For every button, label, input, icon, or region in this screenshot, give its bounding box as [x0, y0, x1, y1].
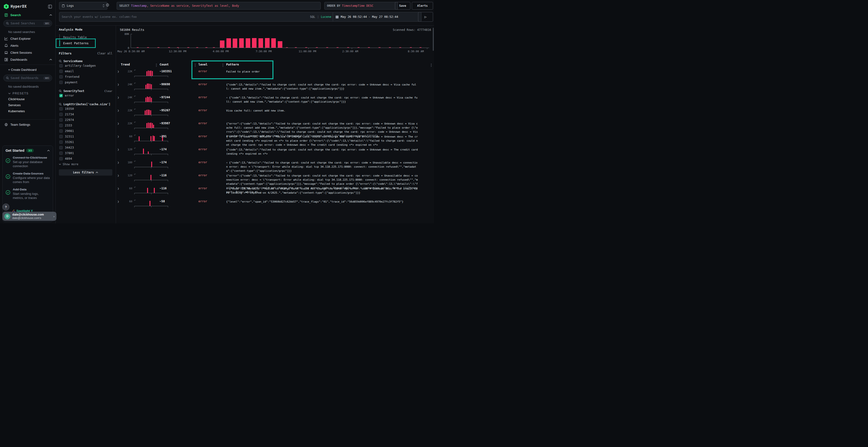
- filter-option[interactable]: email: [59, 68, 112, 74]
- checkbox[interactable]: [59, 140, 63, 144]
- table-row[interactable]: ❯24K~98698error{"code":13,"details":"fai…: [116, 82, 434, 92]
- dismiss-x-icon[interactable]: ×: [226, 187, 227, 190]
- drag-handle-icon[interactable]: [156, 64, 157, 64]
- histogram-bar[interactable]: [233, 38, 237, 48]
- less-filters-button[interactable]: Less filters: [59, 169, 112, 176]
- table-row[interactable]: ❯22K~95267errorVisa cache full: cannot a…: [116, 108, 434, 118]
- saved-searches-input[interactable]: Saved Searches ⌘K: [3, 20, 52, 27]
- checkbox[interactable]: [59, 75, 63, 78]
- dismiss-x-icon[interactable]: ×: [226, 161, 227, 164]
- histogram-bar[interactable]: [226, 38, 231, 48]
- checkbox[interactable]: [59, 124, 63, 127]
- histogram-bar[interactable]: [265, 38, 270, 48]
- row-expand-chevron[interactable]: ❯: [117, 200, 119, 203]
- chevron-up-icon[interactable]: [47, 150, 50, 151]
- preset-kubernetes[interactable]: Kubernetes: [0, 108, 56, 114]
- date-range-picker[interactable]: May 26 08:52:44 - May 27 08:52:44: [333, 12, 422, 22]
- column-header-count[interactable]: Count: [160, 63, 169, 66]
- clear-filter-button[interactable]: Clear: [104, 90, 112, 93]
- filter-option[interactable]: 4894: [59, 156, 112, 161]
- source-settings-gear-icon[interactable]: [105, 3, 110, 7]
- get-started-item[interactable]: Connect to ClickHouseSet up your databas…: [5, 156, 50, 168]
- table-row[interactable]: ❯180~174error×{"code":13,"details":"fail…: [116, 161, 434, 170]
- show-more-button[interactable]: Show more: [59, 161, 112, 166]
- histogram-bar[interactable]: [220, 40, 224, 48]
- filter-option[interactable]: 32311: [59, 134, 112, 139]
- analysis-mode-event-patterns[interactable]: Event Patterns: [59, 40, 112, 46]
- sidebar-collapse-icon[interactable]: [48, 5, 52, 9]
- create-dashboard-button[interactable]: + Create Dashboard: [0, 66, 56, 73]
- saved-dashboards-input[interactable]: Saved Dashboards ⌘K: [3, 75, 52, 81]
- run-query-button[interactable]: ▷: [418, 12, 433, 22]
- checkbox[interactable]: [59, 64, 63, 67]
- preset-clickhouse[interactable]: ClickHouse: [0, 96, 56, 102]
- sql-mode-toggle[interactable]: SQL: [310, 15, 315, 19]
- dismiss-x-icon[interactable]: ×: [226, 96, 227, 99]
- histogram-bar[interactable]: [271, 38, 276, 48]
- chevron-up-icon[interactable]: [50, 14, 52, 16]
- filter-option[interactable]: 19350: [59, 106, 112, 111]
- filter-option[interactable]: 2333: [59, 123, 112, 128]
- histogram-bar[interactable]: [258, 38, 263, 48]
- sidebar-item-chart-explorer[interactable]: Chart Explorer: [0, 35, 56, 42]
- histogram-bar[interactable]: [278, 41, 282, 48]
- presets-section[interactable]: PRESETS: [0, 90, 56, 96]
- clear-all-filters-button[interactable]: Clear all: [97, 52, 112, 55]
- event-search-input[interactable]: Search your events w/ Lucene ex. column:…: [59, 12, 334, 22]
- get-started-item[interactable]: Add DataStart sending logs, metrics, or …: [5, 187, 50, 200]
- filter-option[interactable]: error: [59, 93, 112, 98]
- filter-option[interactable]: 22974: [59, 117, 112, 123]
- sidebar-item-client-sessions[interactable]: Client Sessions: [0, 49, 56, 56]
- checkbox[interactable]: [59, 146, 63, 149]
- column-header-pattern[interactable]: Pattern: [226, 63, 239, 66]
- analysis-mode-results-table[interactable]: Results Table: [59, 34, 112, 40]
- checkbox[interactable]: [59, 118, 63, 122]
- checkbox[interactable]: [59, 70, 63, 73]
- filter-option[interactable]: 29081: [59, 128, 112, 134]
- table-row[interactable]: ❯22K~103351errorFailed to place order: [116, 69, 434, 79]
- table-row[interactable]: ❯120~116error{"error":{"code":13,"detail…: [116, 173, 434, 183]
- drag-handle-icon[interactable]: [195, 64, 195, 64]
- sidebar-item-search[interactable]: Search: [0, 11, 56, 19]
- checkbox[interactable]: [59, 151, 63, 155]
- checkbox[interactable]: [59, 129, 63, 133]
- lucene-mode-toggle[interactable]: Lucene: [321, 15, 331, 19]
- user-menu[interactable]: D dale@clickhouse.com dale@clickhouse.co…: [2, 212, 56, 221]
- help-button[interactable]: ?: [2, 204, 9, 210]
- filter-option[interactable]: frontend: [59, 74, 112, 79]
- row-expand-chevron[interactable]: ❯: [117, 174, 119, 177]
- table-row[interactable]: ❯60~291error{"error":{"code":13,"details…: [116, 134, 434, 144]
- histogram-bar[interactable]: [239, 38, 244, 48]
- checkbox[interactable]: [59, 107, 63, 110]
- row-expand-chevron[interactable]: ❯: [117, 83, 119, 86]
- row-expand-chevron[interactable]: ❯: [117, 109, 119, 112]
- column-header-trend[interactable]: Trend: [121, 63, 130, 66]
- sidebar-item-dashboards[interactable]: Dashboards: [0, 56, 56, 63]
- row-expand-chevron[interactable]: ❯: [117, 122, 119, 125]
- table-row[interactable]: ❯60~116error×{"code":13,"details":"faile…: [116, 186, 434, 196]
- row-expand-chevron[interactable]: ❯: [117, 70, 119, 73]
- alerts-button[interactable]: Alerts: [412, 2, 433, 10]
- row-expand-chevron[interactable]: ❯: [117, 96, 119, 99]
- order-by-input[interactable]: ORDER BY TimestampTime DESC: [324, 2, 398, 10]
- filter-option[interactable]: 21734: [59, 111, 112, 117]
- checkbox[interactable]: [59, 135, 63, 138]
- chevron-up-icon[interactable]: [50, 59, 52, 61]
- column-header-level[interactable]: level: [198, 63, 208, 66]
- checkbox[interactable]: [59, 81, 63, 84]
- sidebar-item-alerts[interactable]: Alerts: [0, 42, 56, 49]
- scrollbar-thumb[interactable]: [433, 28, 434, 51]
- checkbox[interactable]: [59, 157, 63, 161]
- select-clause-input[interactable]: SELECT Timestamp, ServiceName as service…: [117, 2, 321, 10]
- checkbox[interactable]: [59, 94, 63, 97]
- save-button[interactable]: Save: [395, 2, 410, 10]
- row-expand-chevron[interactable]: ❯: [117, 148, 119, 151]
- source-select[interactable]: Logs: [59, 2, 107, 10]
- drag-handle-icon[interactable]: [222, 64, 223, 64]
- table-row[interactable]: ❯120~174error{"code":13,"details":"faile…: [116, 147, 434, 157]
- results-histogram[interactable]: 80K 0 May 26 8:30:00 AM12:30:00 PM4:00:0…: [131, 34, 429, 48]
- filter-option[interactable]: 33261: [59, 139, 112, 145]
- filter-option[interactable]: artillery-loadgen: [59, 63, 112, 68]
- filter-option[interactable]: 34423: [59, 145, 112, 150]
- table-row[interactable]: ❯60~58error{"level":"error","span_id":"5…: [116, 199, 434, 209]
